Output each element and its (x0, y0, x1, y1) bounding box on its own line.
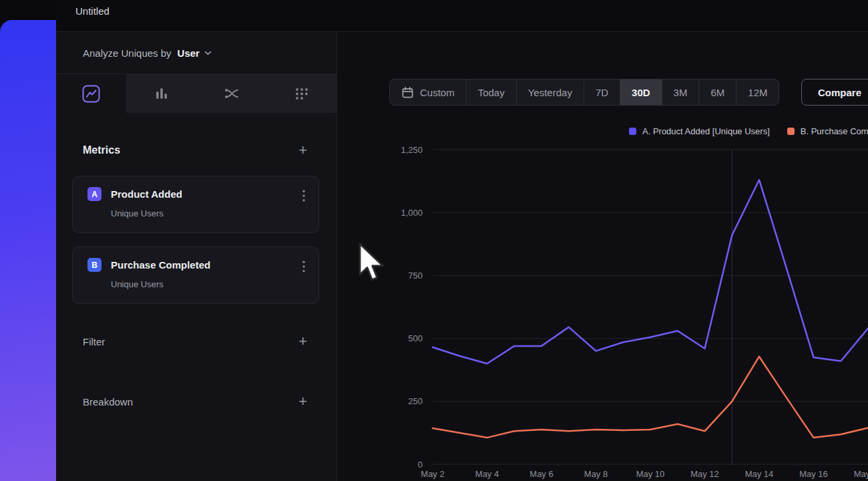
chart-type-tab-block (126, 74, 337, 113)
svg-text:250: 250 (408, 396, 423, 406)
tab-grid-dots[interactable] (266, 74, 337, 113)
svg-text:1,000: 1,000 (401, 208, 423, 218)
add-breakdown-button[interactable]: + (298, 394, 307, 409)
metric-card-b[interactable]: B Purchase Completed Unique Users (72, 247, 319, 304)
tab-bar-chart[interactable] (126, 74, 196, 113)
nav-rail-gradient (0, 20, 56, 481)
analytics-app: Untitled Analyze Uniques by User (0, 0, 868, 481)
svg-text:May 10: May 10 (636, 469, 665, 479)
svg-text:May 16: May 16 (799, 469, 828, 479)
svg-text:May 14: May 14 (745, 469, 774, 479)
svg-text:May 6: May 6 (529, 469, 553, 479)
bar-chart-icon (154, 86, 169, 101)
svg-text:0: 0 (418, 460, 423, 470)
chevron-down-icon (204, 51, 212, 55)
metric-measure: Unique Users (111, 279, 308, 289)
analyze-by-row: Analyze Uniques by User (56, 32, 337, 74)
breakdown-label: Breakdown (83, 396, 133, 408)
svg-text:May 2: May 2 (421, 469, 444, 479)
metric-card-a[interactable]: A Product Added Unique Users (72, 176, 319, 233)
metric-measure: Unique Users (111, 208, 308, 218)
kebab-icon (302, 261, 305, 273)
flow-icon (224, 86, 240, 102)
chart-type-tabs (56, 74, 337, 113)
svg-text:500: 500 (408, 333, 423, 343)
top-bar: Untitled (56, 0, 868, 32)
nav-rail (0, 0, 56, 481)
kebab-icon (302, 190, 305, 202)
metric-badge: B (87, 258, 101, 272)
metric-badge: A (87, 187, 101, 201)
tab-flow[interactable] (196, 74, 266, 113)
filter-section-header: Filter + (56, 328, 337, 355)
breakdown-section-header: Breakdown + (56, 388, 337, 415)
tab-line-chart[interactable] (56, 74, 126, 113)
svg-text:May 18: May 18 (854, 469, 868, 479)
metrics-section-header: Metrics + (56, 137, 337, 164)
document-title: Untitled (75, 5, 110, 17)
query-sidebar: Analyze Uniques by User (56, 32, 337, 481)
metric-options-button[interactable] (300, 258, 308, 277)
analyze-by-value: User (178, 47, 200, 59)
metrics-label: Metrics (83, 144, 120, 156)
svg-text:1,250: 1,250 (401, 145, 423, 155)
analyze-by-dropdown[interactable]: User (178, 47, 212, 59)
metric-name: Purchase Completed (111, 259, 210, 271)
metric-row: A Product Added (87, 187, 308, 201)
line-chart-icon (82, 85, 100, 103)
svg-text:May 4: May 4 (475, 469, 499, 479)
svg-text:750: 750 (408, 271, 423, 281)
metric-name: Product Added (111, 188, 182, 200)
add-metric-button[interactable]: + (298, 143, 307, 158)
line-chart[interactable]: 02505007501,0001,250May 2May 4May 6May 8… (337, 32, 868, 481)
metric-options-button[interactable] (300, 187, 308, 206)
svg-text:May 12: May 12 (690, 469, 719, 479)
analyze-by-label: Analyze Uniques by (83, 47, 172, 59)
svg-text:May 8: May 8 (584, 469, 608, 479)
filter-label: Filter (83, 336, 105, 347)
chart-panel: Custom Today Yesterday 7D 30D 3M 6M 12M … (337, 32, 868, 481)
add-filter-button[interactable]: + (298, 334, 307, 349)
grid-dots-icon (294, 86, 310, 102)
metric-row: B Purchase Completed (87, 258, 308, 272)
